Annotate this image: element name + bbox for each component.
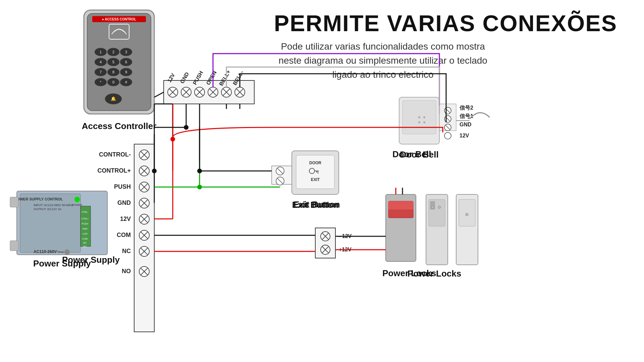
svg-text:GND: GND [117, 199, 131, 206]
svg-text:1: 1 [100, 50, 102, 54]
svg-text:PUSH: PUSH [82, 223, 88, 225]
svg-text:DOOR: DOOR [309, 161, 321, 165]
svg-text:● ACCESS CONTROL: ● ACCESS CONTROL [102, 17, 136, 21]
svg-text:12V: 12V [460, 133, 469, 138]
svg-rect-156 [388, 201, 413, 209]
svg-text:NC: NC [122, 248, 131, 254]
svg-text:AC110-260V: AC110-260V [34, 249, 57, 254]
svg-text:GND: GND [460, 122, 472, 127]
svg-text:INPUT: AC110-260V 50-60HZ: INPUT: AC110-260V 50-60HZ [34, 203, 74, 207]
svg-text:NO: NO [83, 245, 87, 248]
exit-button-label: Exit Button [293, 199, 340, 210]
svg-text:#: # [125, 80, 127, 84]
svg-text:0: 0 [112, 80, 114, 84]
svg-text:*: * [100, 80, 102, 84]
svg-point-162 [431, 206, 434, 208]
svg-text:CONTROL-: CONTROL- [99, 151, 131, 158]
power-locks-label: Power Locks [382, 268, 436, 279]
svg-text:6: 6 [125, 60, 127, 64]
svg-text:12V: 12V [120, 216, 131, 222]
svg-text:EXIT: EXIT [311, 177, 320, 182]
access-controller-label: Access Controller [82, 121, 157, 131]
svg-text:CONTROL+: CONTROL+ [97, 167, 131, 174]
svg-text:PUSH: PUSH [114, 183, 131, 190]
svg-text:CTRL+: CTRL+ [81, 218, 89, 220]
svg-text:CTRL-: CTRL- [82, 211, 89, 213]
svg-point-124 [444, 132, 451, 139]
svg-text:8: 8 [112, 70, 114, 74]
svg-text:9: 9 [125, 70, 127, 74]
svg-rect-109 [10, 241, 18, 251]
svg-text:NC: NC [83, 242, 87, 244]
svg-text:信号2: 信号2 [459, 105, 473, 111]
svg-text:GND: GND [82, 228, 88, 230]
svg-rect-165 [459, 199, 475, 226]
svg-rect-132 [296, 155, 334, 189]
svg-point-163 [438, 206, 441, 208]
power-supply-label: Power Supply [62, 255, 120, 265]
svg-text:🔔: 🔔 [111, 96, 116, 102]
svg-point-113 [418, 116, 420, 118]
svg-point-166 [466, 213, 468, 216]
svg-text:4: 4 [100, 60, 102, 64]
svg-line-190 [154, 92, 164, 97]
svg-text:2: 2 [112, 50, 114, 54]
door-bell-label: Door Bell [392, 149, 431, 160]
svg-text:3: 3 [125, 50, 127, 54]
wiring-diagram: ● ACCESS CONTROL 1 2 3 4 5 6 7 8 9 * 0 #… [0, 0, 644, 362]
svg-rect-108 [10, 197, 18, 207]
svg-point-94 [74, 197, 80, 202]
svg-text:COM: COM [82, 238, 88, 240]
svg-text:NO: NO [122, 268, 131, 275]
svg-point-116 [423, 121, 425, 123]
svg-text:COM: COM [117, 232, 131, 238]
svg-text:Time:: Time: [57, 250, 64, 254]
svg-text:OUTPUT: DC12V  3A: OUTPUT: DC12V 3A [34, 207, 62, 211]
svg-text:7: 7 [100, 70, 102, 74]
svg-text:POWER SUPPLY CONTROL: POWER SUPPLY CONTROL [14, 197, 63, 201]
svg-point-114 [423, 116, 425, 118]
svg-text:5: 5 [112, 60, 114, 64]
svg-point-107 [64, 249, 70, 255]
svg-rect-90 [20, 194, 80, 252]
svg-text:+12V: +12V [82, 233, 88, 235]
svg-point-115 [418, 121, 420, 123]
svg-text:信号1: 信号1 [459, 113, 473, 119]
